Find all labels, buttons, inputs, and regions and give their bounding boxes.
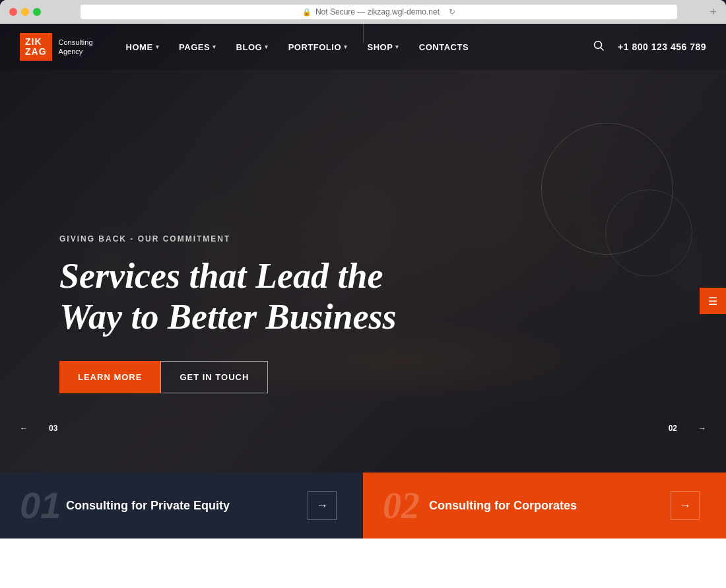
website-container: ZIK ZAG Consulting Agency HOME ▾ PAGES ▾ [0, 24, 726, 588]
nav-shop[interactable]: SHOP ▾ [368, 42, 399, 52]
bottom-cards-section: 01 Consulting for Private Equity → 02 Co… [0, 473, 726, 539]
chevron-down-icon: ▾ [344, 44, 348, 50]
chevron-down-icon: ▾ [395, 44, 399, 50]
hero-section: ZIK ZAG Consulting Agency HOME ▾ PAGES ▾ [0, 24, 726, 473]
slide-next-button[interactable]: 02 → [669, 424, 706, 433]
phone-number: +1 800 123 456 789 [618, 42, 706, 52]
hero-title: Services that Lead the Way to Better Bus… [59, 255, 397, 337]
close-dot[interactable] [9, 8, 17, 16]
slide-prev-number: 03 [49, 424, 57, 433]
card-arrow-1[interactable]: → [308, 491, 337, 520]
circle-decoration [541, 123, 673, 255]
slide-next-number: 02 [669, 424, 677, 433]
logo-zag: ZAG [25, 47, 47, 57]
chevron-down-icon: ▾ [156, 44, 160, 50]
svg-line-1 [601, 48, 603, 50]
browser-chrome: 🔒 Not Secure — zikzag.wgl-demo.net ↻ + [0, 0, 726, 24]
learn-more-button[interactable]: LEARN MORE [59, 361, 160, 393]
nav-portfolio[interactable]: PORTFOLIO ▾ [288, 42, 348, 52]
logo-zik: ZIK [25, 37, 47, 47]
address-bar[interactable]: 🔒 Not Secure — zikzag.wgl-demo.net ↻ [81, 5, 677, 19]
lock-icon: 🔒 [302, 8, 312, 16]
url-text: Not Secure — zikzag.wgl-demo.net [315, 7, 440, 16]
hero-content: GIVING BACK - OUR COMMITMENT Services th… [59, 234, 397, 393]
navbar: ZIK ZAG Consulting Agency HOME ▾ PAGES ▾ [0, 24, 726, 70]
slide-prev-button[interactable]: ← 03 [20, 424, 57, 433]
nav-right: +1 800 123 456 789 [593, 40, 706, 54]
card-number-2: 02 [383, 487, 420, 524]
chevron-down-icon: ▾ [213, 44, 216, 50]
white-section [0, 539, 726, 588]
hero-subtitle: GIVING BACK - OUR COMMITMENT [59, 234, 397, 244]
new-tab-button[interactable]: + [710, 5, 717, 19]
arrow-right-icon: → [316, 499, 328, 513]
nav-home[interactable]: HOME ▾ [126, 42, 160, 52]
logo-tagline: Consulting Agency [59, 38, 93, 57]
logo-box: ZIK ZAG [20, 33, 52, 61]
nav-blog[interactable]: BLOG ▾ [236, 42, 269, 52]
arrow-right-icon: → [685, 424, 706, 433]
maximize-dot[interactable] [33, 8, 41, 16]
nav-menu: HOME ▾ PAGES ▾ BLOG ▾ PORTFOLIO ▾ SHOP [126, 42, 593, 52]
browser-dots [9, 8, 41, 16]
search-icon[interactable] [593, 40, 605, 54]
floating-action-button[interactable]: ☰ [700, 288, 726, 314]
arrow-left-icon: ← [20, 424, 41, 433]
minimize-dot[interactable] [21, 8, 29, 16]
card-private-equity[interactable]: 01 Consulting for Private Equity → [0, 473, 363, 539]
hero-buttons: LEARN MORE GET IN TOUCH [59, 361, 397, 393]
card-title-2: Consulting for Corporates [429, 499, 657, 513]
card-number-1: 01 [20, 487, 61, 524]
get-in-touch-button[interactable]: GET IN TOUCH [160, 361, 268, 393]
slide-navigation: ← 03 02 → [0, 424, 726, 433]
card-arrow-2[interactable]: → [671, 491, 700, 520]
logo[interactable]: ZIK ZAG Consulting Agency [20, 33, 93, 61]
arrow-right-icon: → [679, 499, 691, 513]
browser-titlebar: 🔒 Not Secure — zikzag.wgl-demo.net ↻ + [0, 0, 726, 24]
card-corporates[interactable]: 02 Consulting for Corporates → [363, 473, 726, 539]
nav-pages[interactable]: PAGES ▾ [179, 42, 216, 52]
refresh-icon[interactable]: ↻ [449, 7, 455, 16]
nav-contacts[interactable]: CONTACTS [419, 42, 469, 52]
card-title-1: Consulting for Private Equity [66, 499, 294, 513]
chevron-down-icon: ▾ [265, 44, 269, 50]
floating-icon: ☰ [708, 295, 717, 308]
